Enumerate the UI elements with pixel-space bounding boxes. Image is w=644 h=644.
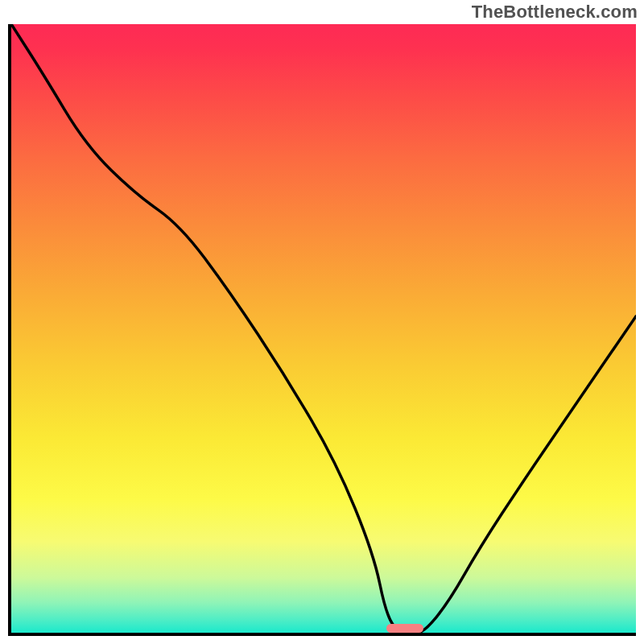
watermark-text: TheBottleneck.com	[472, 2, 638, 23]
plot-area	[8, 24, 636, 636]
bottleneck-chart: TheBottleneck.com	[0, 0, 644, 644]
bottleneck-curve	[11, 24, 636, 633]
curve-path	[11, 24, 636, 633]
optimal-marker	[386, 624, 424, 633]
